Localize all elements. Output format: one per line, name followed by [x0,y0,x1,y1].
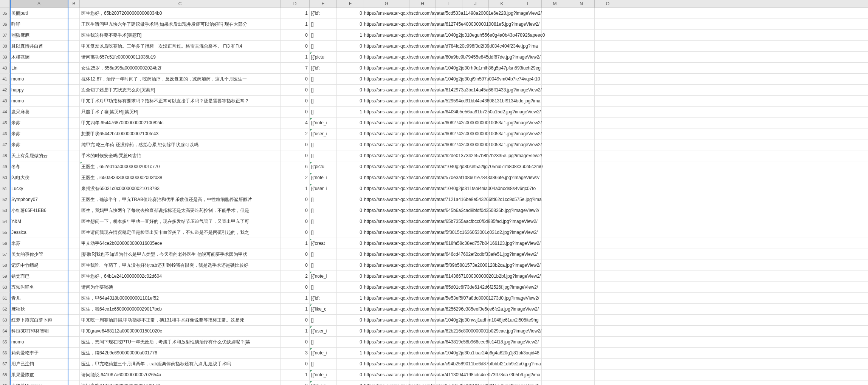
cell-username[interactable]: 米苏 [10,238,68,249]
row-number[interactable]: 55 [0,227,10,238]
select-all-corner[interactable] [0,0,10,8]
cell-D[interactable]: 7 [281,63,310,73]
cell-content[interactable] [80,8,281,19]
cell-F[interactable]: 1 [337,30,364,40]
cell-F[interactable]: 0 [337,8,364,19]
cell-J[interactable] [462,227,489,238]
cell-B[interactable] [68,85,80,95]
cell-L[interactable] [515,271,542,281]
cell-B[interactable] [68,194,80,205]
cell-E[interactable]: [] [310,249,337,260]
cell-O[interactable] [595,41,621,51]
cell-B[interactable] [68,30,80,40]
cell-D[interactable]: 1 [281,326,310,336]
cell-M[interactable] [542,19,568,29]
cell-G[interactable] [364,326,409,336]
cell-M[interactable] [542,41,568,51]
cell-username[interactable]: 错觉而已 [10,271,68,281]
cell-M[interactable] [542,96,568,106]
cell-I[interactable] [436,326,462,336]
cell-G[interactable] [364,216,409,227]
cell-H[interactable] [409,380,436,385]
cell-L[interactable] [515,85,542,95]
cell-D[interactable]: 0 [281,74,310,84]
cell-N[interactable] [568,380,595,385]
cell-G[interactable] [364,260,409,271]
cell-H[interactable] [409,216,436,227]
cell-content[interactable] [80,118,281,128]
cell-O[interactable] [595,380,621,385]
cell-M[interactable] [542,85,568,95]
cell-B[interactable] [68,161,80,172]
cell-content[interactable] [80,249,281,260]
cell-O[interactable] [595,260,621,271]
cell-F[interactable]: 0 [337,41,364,51]
cell-D[interactable]: 1 [281,52,310,62]
cell-O[interactable] [595,271,621,281]
cell-I[interactable] [436,249,462,260]
cell-content[interactable] [80,260,281,271]
cell-E[interactable]: [{'pictu [310,161,337,172]
cell-L[interactable] [515,74,542,84]
cell-H[interactable] [409,238,436,249]
cell-content[interactable] [80,74,281,84]
cell-F[interactable]: 0 [337,205,364,216]
cell-E[interactable]: [{'user_i [310,183,337,194]
cell-I[interactable] [436,304,462,314]
row-number[interactable]: 59 [0,271,10,281]
row-number[interactable]: 65 [0,337,10,347]
cell-F[interactable]: 0 [337,194,364,205]
cell-G[interactable] [364,161,409,172]
cell-K[interactable] [489,380,515,385]
cell-username[interactable]: 天上有朵屁做的云 [10,150,68,161]
cell-M[interactable] [542,183,568,194]
cell-J[interactable] [462,194,489,205]
cell-J[interactable] [462,118,489,128]
cell-username[interactable]: Symphony07 [10,194,68,205]
cell-D[interactable]: 0 [281,337,310,347]
cell-E[interactable]: [] [310,139,337,150]
cell-content[interactable] [80,52,281,62]
cell-username[interactable]: 发呆麻薯 [10,107,68,117]
cell-K[interactable] [489,238,515,249]
cell-N[interactable] [568,63,595,73]
cell-M[interactable] [542,107,568,117]
cell-content[interactable] [80,194,281,205]
cell-G[interactable] [364,8,409,19]
cell-username[interactable]: 冬冬 [10,161,68,172]
cell-J[interactable] [462,293,489,303]
cell-H[interactable] [409,150,436,161]
cell-G[interactable] [364,150,409,161]
cell-E[interactable]: [{'id': [310,63,337,73]
cell-username[interactable]: momo [10,337,68,347]
cell-O[interactable] [595,74,621,84]
cell-L[interactable] [515,359,542,369]
row-number[interactable]: 42 [0,85,10,95]
cell-content[interactable] [80,370,281,380]
cell-M[interactable] [542,337,568,347]
cell-username[interactable]: 且以真情共白首 [10,41,68,51]
cell-J[interactable] [462,139,489,150]
cell-G[interactable] [364,205,409,216]
cell-J[interactable] [462,96,489,106]
cell-M[interactable] [542,161,568,172]
cell-K[interactable] [489,271,515,281]
cell-content[interactable] [80,282,281,292]
cell-O[interactable] [595,19,621,29]
cell-username[interactable]: momo [10,96,68,106]
cell-O[interactable] [595,348,621,358]
cell-username[interactable]: 青儿 [10,293,68,303]
cell-F[interactable]: 0 [337,74,364,84]
cell-E[interactable]: [{'user_i [310,326,337,336]
cell-G[interactable] [364,348,409,358]
cell-H[interactable] [409,41,436,51]
cell-K[interactable] [489,227,515,238]
cell-B[interactable] [68,337,80,347]
row-number[interactable]: 35 [0,8,10,19]
cell-username[interactable]: 熙熙麻麻 [10,30,68,40]
cell-L[interactable] [515,118,542,128]
cell-content[interactable] [80,183,281,194]
cell-D[interactable]: 2 [281,128,310,139]
cell-K[interactable] [489,19,515,29]
cell-J[interactable] [462,19,489,29]
